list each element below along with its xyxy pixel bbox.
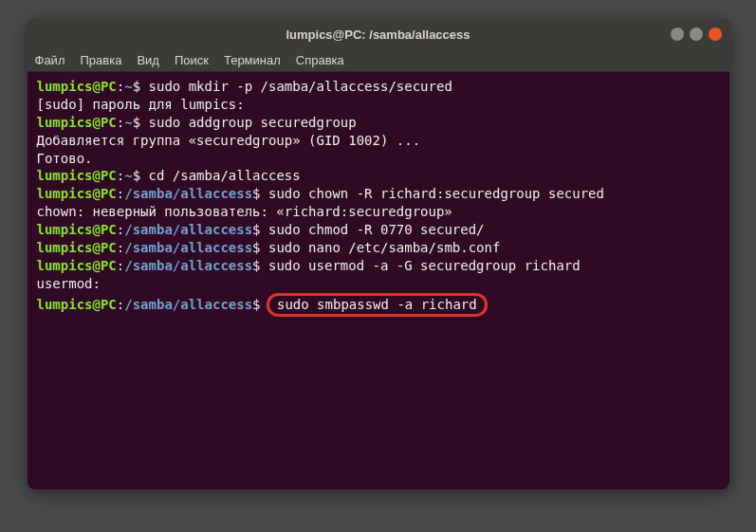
line-8: chown: неверный пользователь: «richard:s… <box>37 203 720 221</box>
prompt-user: lumpics@PC <box>37 79 117 94</box>
close-button[interactable] <box>709 28 722 41</box>
prompt-user: lumpics@PC <box>37 222 117 237</box>
prompt-path: /samba/allaccess <box>124 222 252 237</box>
prompt-path: /samba/allaccess <box>124 186 252 201</box>
command: sudo nano /etc/samba/smb.conf <box>268 240 500 255</box>
line-7: lumpics@PC:/samba/allaccess$ sudo chown … <box>37 185 720 203</box>
menu-terminal[interactable]: Терминал <box>224 53 281 67</box>
menu-edit[interactable]: Правка <box>80 53 121 67</box>
line-1: lumpics@PC:~$ sudo mkdir -p /samba/allac… <box>37 78 720 96</box>
menubar: Файл Правка Вид Поиск Терминал Справка <box>28 49 729 72</box>
terminal-content[interactable]: lumpics@PC:~$ sudo mkdir -p /samba/allac… <box>28 72 729 489</box>
minimize-button[interactable] <box>671 28 684 41</box>
maximize-button[interactable] <box>690 28 703 41</box>
line-11: lumpics@PC:/samba/allaccess$ sudo usermo… <box>37 257 720 275</box>
command: sudo chmod -R 0770 secured/ <box>268 222 485 237</box>
menu-view[interactable]: Вид <box>137 53 159 67</box>
line-4: Добавляется группа «securedgroup» (GID 1… <box>37 132 720 150</box>
command: sudo usermod -a -G securedgroup richard <box>268 258 581 273</box>
menu-search[interactable]: Поиск <box>175 53 209 67</box>
menu-file[interactable]: Файл <box>35 53 65 67</box>
menu-help[interactable]: Справка <box>296 53 344 67</box>
line-9: lumpics@PC:/samba/allaccess$ sudo chmod … <box>37 221 720 239</box>
line-5: Готово. <box>37 150 720 168</box>
titlebar: lumpics@PC: /samba/allaccess <box>28 19 729 49</box>
line-6: lumpics@PC:~$ cd /samba/allaccess <box>37 167 720 185</box>
terminal-window: lumpics@PC: /samba/allaccess Файл Правка… <box>28 19 729 489</box>
line-2: [sudo] пароль для lumpics: <box>37 96 720 114</box>
prompt-path: ~ <box>124 115 132 130</box>
prompt-user: lumpics@PC <box>37 297 117 312</box>
command: sudo addgroup securedgroup <box>149 115 357 130</box>
prompt-user: lumpics@PC <box>37 258 117 273</box>
prompt-path: /samba/allaccess <box>124 258 252 273</box>
command: sudo smbpasswd -a richard <box>277 297 477 312</box>
highlighted-command: sudo smbpasswd -a richard <box>267 293 488 317</box>
prompt-user: lumpics@PC <box>37 168 117 183</box>
prompt-path: /samba/allaccess <box>124 240 252 255</box>
prompt-user: lumpics@PC <box>37 186 117 201</box>
prompt-path: /samba/allaccess <box>124 297 252 312</box>
window-controls <box>671 28 722 41</box>
prompt-path: ~ <box>124 79 132 94</box>
prompt-user: lumpics@PC <box>37 115 117 130</box>
line-10: lumpics@PC:/samba/allaccess$ sudo nano /… <box>37 239 720 257</box>
line-12: usermod: <box>37 275 720 293</box>
line-13: lumpics@PC:/samba/allaccess$ sudo smbpas… <box>37 293 720 317</box>
command: sudo mkdir -p /samba/allaccess/secured <box>149 79 452 94</box>
prompt-user: lumpics@PC <box>37 240 117 255</box>
command: cd /samba/allaccess <box>149 168 301 183</box>
window-title: lumpics@PC: /samba/allaccess <box>286 28 470 42</box>
prompt-path: ~ <box>124 168 132 183</box>
line-3: lumpics@PC:~$ sudo addgroup securedgroup <box>37 114 720 132</box>
command: sudo chown -R richard:securedgroup secur… <box>268 186 604 201</box>
